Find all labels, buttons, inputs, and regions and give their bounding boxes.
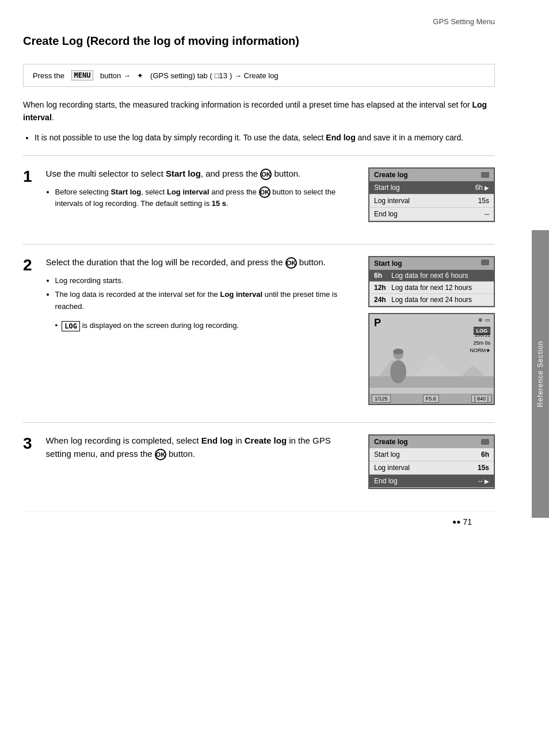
cam-quality: NORM★	[470, 347, 491, 355]
row-1-value: 6h ▶	[475, 184, 489, 192]
nav-middle: button →	[100, 71, 131, 80]
create-log-panel-1: Create log Start log 6h ▶ Log interval 1…	[368, 167, 495, 222]
start-log-row-2: 12h Log data for next 12 hours	[369, 282, 494, 294]
row-3-value: --	[485, 210, 489, 218]
page-title: Create Log (Record the log of moving inf…	[23, 35, 495, 52]
cam-battery-icon: ▭	[485, 317, 490, 323]
cam-shot-count: 100/31	[470, 331, 491, 339]
start-log-panel: Start log 6h Log data for next 6 hours 1…	[368, 256, 495, 307]
step-1-left: 1 Use the multi selector to select Start…	[23, 167, 357, 227]
intro-bullet-1: It is not possible to use the log data b…	[35, 131, 495, 144]
intro-bullets: It is not possible to use the log data b…	[35, 131, 495, 144]
start-log-icon	[481, 259, 489, 265]
section-header: GPS Setting Menu	[23, 17, 495, 26]
cam-shutter: 1/125	[372, 395, 391, 403]
step-1-content: Use the multi selector to select Start l…	[46, 167, 357, 212]
log-icon: LOG	[62, 321, 80, 331]
nav-end: ) → Create log	[230, 71, 279, 80]
start-log-row-3: 24h Log data for next 24 hours	[369, 294, 494, 306]
step-2-log-note: • LOG is displayed on the screen during …	[55, 321, 357, 331]
panel-1-icon	[481, 172, 489, 178]
panel-3-row-2: Log interval 15s	[369, 461, 494, 475]
divider-2	[23, 244, 495, 245]
p3-row-1-value: 6h	[481, 450, 489, 459]
dots-icon: ●●	[452, 518, 461, 526]
start-log-row-1: 6h Log data for next 6 hours	[369, 270, 494, 282]
start-log-header: Start log	[369, 257, 494, 270]
divider-3	[23, 422, 495, 423]
step-1-number: 1	[23, 169, 32, 212]
camera-view: P ⊕ ▭ LOG	[368, 313, 495, 405]
step-3-number: 3	[23, 436, 32, 466]
p3-row-1-label: Start log	[374, 450, 400, 459]
step-1-section: 1 Use the multi selector to select Start…	[23, 167, 495, 227]
menu-label: MENU	[71, 70, 94, 81]
start-log-title: Start log	[374, 259, 402, 268]
page-number: ●● 71	[452, 517, 472, 526]
step-2-number: 2	[23, 257, 32, 331]
panel-3-header: Create log	[369, 436, 494, 448]
panel-3-row-3: End log -- ▶	[369, 475, 494, 488]
step-3-section: 3 When log recording is completed, selec…	[23, 434, 495, 494]
section-label: GPS Setting Menu	[433, 17, 495, 26]
nav-suffix: (GPS setting) tab (	[150, 71, 212, 80]
panel-3-icon	[481, 439, 489, 445]
row-3-label: End log	[374, 210, 398, 218]
p3-row-2-value: 15s	[478, 464, 489, 472]
cam-time: 25m 0s	[470, 339, 491, 348]
step-2-bullet-1: Log recording starts.	[55, 275, 357, 287]
svg-point-5	[393, 349, 403, 354]
step-2-heading: Select the duration that the log will be…	[46, 256, 357, 269]
panel-3-row-1: Start log 6h	[369, 448, 494, 461]
row-2-label: Log interval	[374, 197, 410, 205]
panel-1-row-1: Start log 6h ▶	[369, 181, 494, 194]
step-2-content: Select the duration that the log will be…	[46, 256, 357, 331]
cam-right-info: 100/31 25m 0s NORM★	[470, 331, 491, 355]
step-1-bullet-1: Before selecting Start log, select Log i…	[55, 186, 357, 211]
row-2-value: 15s	[478, 197, 489, 205]
side-tab: Reference Section	[532, 230, 549, 518]
nav-prefix: Press the	[33, 71, 64, 80]
step-3-heading: When log recording is completed, select …	[46, 434, 357, 460]
p3-row-2-label: Log interval	[374, 464, 410, 472]
panel-3-title: Create log	[374, 438, 408, 446]
nav-page-ref: □13	[215, 71, 227, 80]
cam-mode-p: P	[374, 317, 381, 329]
ok-icon-1: OK	[260, 169, 272, 180]
log-24h-label: Log data for next 24 hours	[391, 296, 472, 304]
cam-bottom-bar: 1/125 F5.6 [ 840 ]	[369, 394, 494, 404]
cam-gps-icon: ⊕	[478, 317, 483, 323]
step-2-bullet-2: The log data is recorded at the interval…	[55, 289, 357, 313]
step-1-bullets: Before selecting Start log, select Log i…	[55, 186, 357, 211]
step-2-section: 2 Select the duration that the log will …	[23, 256, 495, 405]
step-3-left: 3 When log recording is completed, selec…	[23, 434, 357, 494]
page-num: 71	[463, 517, 472, 526]
step-2-left: 2 Select the duration that the log will …	[23, 256, 357, 405]
step-2-bullets: Log recording starts. The log data is re…	[55, 275, 357, 313]
cam-aperture: F5.6	[423, 395, 439, 403]
ok-icon-1b: OK	[259, 186, 270, 198]
row-1-label: Start log	[374, 184, 400, 192]
intro-paragraph-1: When log recording starts, the measured …	[23, 98, 495, 124]
cam-top-icons: ⊕ ▭	[478, 317, 490, 323]
cam-person	[387, 349, 410, 388]
step-1-right: Create log Start log 6h ▶ Log interval 1…	[368, 167, 495, 227]
p3-row-3-value: -- ▶	[478, 477, 489, 485]
person-svg	[387, 349, 410, 386]
panel-1-row-2: Log interval 15s	[369, 194, 494, 208]
step-3-right: Create log Start log 6h Log interval 15s…	[368, 434, 495, 494]
cam-exposure: [ 840 ]	[471, 395, 491, 403]
log-12h-label: Log data for next 12 hours	[391, 284, 472, 292]
badge-6h: 6h	[374, 272, 388, 280]
ok-icon-3: OK	[155, 449, 166, 460]
panel-1-header: Create log	[369, 169, 494, 181]
create-log-panel-3: Create log Start log 6h Log interval 15s…	[368, 434, 495, 489]
panel-1-row-3: End log --	[369, 208, 494, 221]
gps-icon: ✦	[137, 71, 143, 80]
nav-instruction: Press the MENU button → ✦ (GPS setting) …	[23, 64, 495, 87]
step-1-heading: Use the multi selector to select Start l…	[46, 167, 357, 181]
page-footer: ●● 71	[23, 511, 495, 532]
side-tab-label: Reference Section	[536, 341, 544, 407]
panel-1-title: Create log	[374, 171, 408, 179]
badge-12h: 12h	[374, 284, 388, 292]
